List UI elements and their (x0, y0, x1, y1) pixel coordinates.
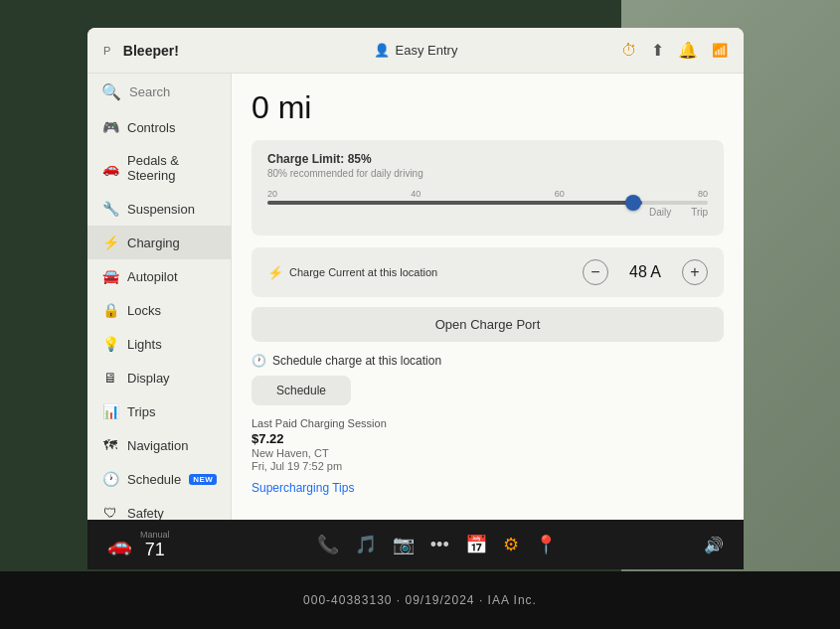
search-icon: 🔍 (101, 82, 121, 101)
session-amount: $7.22 (252, 431, 724, 446)
sidebar-safety-label: Safety (127, 506, 164, 521)
car-icon[interactable]: 🚗 (107, 533, 132, 556)
pedals-icon: 🚗 (101, 160, 119, 176)
sidebar-navigation-label: Navigation (127, 438, 188, 453)
sidebar-schedule-label: Schedule (127, 472, 181, 487)
sidebar-autopilot-label: Autopilot (127, 269, 178, 284)
lights-icon: 💡 (101, 336, 119, 352)
music-icon[interactable]: 🎵 (355, 534, 377, 555)
last-session: Last Paid Charging Session $7.22 New Hav… (252, 417, 724, 496)
volume-icon[interactable]: 🔊 (704, 536, 724, 554)
charge-limit-card: Charge Limit: 85% 80% recommended for da… (252, 140, 724, 236)
slider-track[interactable] (267, 201, 708, 205)
charging-panel: 0 mi Charge Limit: 85% 80% recommended f… (232, 74, 744, 545)
apps-icon[interactable]: ⚙ (503, 534, 519, 555)
dots-icon[interactable]: ••• (430, 535, 449, 555)
display-icon: 🖥 (101, 370, 119, 386)
phone-icon[interactable]: 📞 (317, 534, 339, 555)
slider-scale: 20 40 60 80 (267, 189, 708, 199)
decrease-current-button[interactable]: − (583, 259, 608, 285)
location-icon[interactable]: 📍 (535, 534, 557, 555)
sidebar-charging-label: Charging (127, 236, 180, 250)
daily-label: Daily (649, 207, 671, 218)
top-bar-left: P Bleeper! (103, 43, 311, 59)
search-input[interactable] (129, 84, 217, 99)
trip-label: Trip (691, 207, 708, 218)
sidebar-item-charging[interactable]: ⚡ Charging (87, 226, 231, 259)
safety-icon: 🛡 (101, 505, 119, 521)
charge-current-row: ⚡ Charge Current at this location − 48 A… (252, 247, 724, 297)
sidebar-item-suspension[interactable]: 🔧 Suspension (87, 192, 231, 226)
scale-20: 20 (267, 189, 277, 199)
charge-limit-sub: 80% recommended for daily driving (267, 168, 708, 179)
sidebar-item-locks[interactable]: 🔒 Locks (87, 293, 231, 327)
scale-80: 80 (698, 189, 708, 199)
session-date: Fri, Jul 19 7:52 pm (252, 460, 724, 472)
sidebar-trips-label: Trips (127, 404, 155, 419)
person-icon: 👤 (374, 43, 390, 58)
sidebar-locks-label: Locks (127, 303, 161, 318)
sidebar-lights-label: Lights (127, 337, 162, 352)
p-badge: P (103, 45, 111, 57)
clock-icon: 🕐 (252, 354, 266, 368)
daily-trip-labels: Daily Trip (267, 207, 708, 218)
sidebar-item-autopilot[interactable]: 🚘 Autopilot (87, 259, 231, 293)
timer-icon[interactable]: ⏱ (621, 42, 637, 60)
taskbar: 🚗 Manual 71 📞 🎵 📷 ••• 📅 ⚙ 📍 🔊 (87, 520, 744, 569)
sidebar-search[interactable]: 🔍 (87, 74, 231, 110)
increase-current-button[interactable]: + (682, 259, 708, 285)
taskbar-center: 📞 🎵 📷 ••• 📅 ⚙ 📍 (317, 534, 557, 555)
schedule-section: 🕐 Schedule charge at this location Sched… (252, 354, 724, 405)
sidebar-controls-label: Controls (127, 120, 175, 135)
main-screen: P Bleeper! 👤 Easy Entry ⏱ ⬆ 🔔 📶 🔍 🎮 Cont… (87, 28, 744, 545)
supercharging-tips-link[interactable]: Supercharging Tips (252, 481, 354, 495)
locks-icon: 🔒 (101, 302, 119, 318)
session-location: New Haven, CT (252, 447, 724, 459)
sidebar-suspension-label: Suspension (127, 202, 195, 217)
taskbar-left: 🚗 Manual 71 (107, 530, 170, 560)
sidebar-display-label: Display (127, 371, 170, 386)
navigation-icon: 🗺 (101, 437, 119, 453)
charge-current-value: 48 A (620, 263, 670, 281)
new-badge: NEW (189, 474, 217, 485)
speed-unit: Manual (140, 530, 170, 540)
scale-40: 40 (411, 189, 420, 199)
charge-current-label: Charge Current at this location (289, 266, 437, 278)
session-title: Last Paid Charging Session (252, 417, 724, 429)
sidebar-item-trips[interactable]: 📊 Trips (87, 394, 231, 428)
sidebar-item-pedals[interactable]: 🚗 Pedals & Steering (87, 144, 231, 192)
mileage-display: 0 mi (252, 89, 724, 126)
controls-icon: 🎮 (101, 119, 119, 135)
schedule-icon: 🕐 (101, 471, 119, 487)
camera-icon[interactable]: 📷 (393, 534, 415, 555)
bottom-bar: 000-40383130 · 09/19/2024 · IAA Inc. (0, 571, 840, 629)
top-bar: P Bleeper! 👤 Easy Entry ⏱ ⬆ 🔔 📶 (87, 28, 744, 74)
charge-controls: − 48 A + (583, 259, 708, 285)
autopilot-icon: 🚘 (101, 268, 119, 284)
charge-plug-icon: ⚡ (267, 265, 283, 280)
suspension-icon: 🔧 (101, 201, 119, 217)
sidebar-item-controls[interactable]: 🎮 Controls (87, 110, 231, 144)
taskbar-right: 🔊 (704, 536, 724, 554)
charge-slider-container: 20 40 60 80 Daily Trip (267, 189, 708, 218)
open-charge-port-button[interactable]: Open Charge Port (252, 307, 724, 342)
sidebar-pedals-label: Pedals & Steering (127, 153, 217, 183)
app-title: Bleeper! (123, 43, 179, 59)
top-bar-right: ⏱ ⬆ 🔔 📶 (520, 41, 728, 60)
slider-thumb[interactable] (625, 195, 641, 211)
calendar-icon[interactable]: 📅 (465, 534, 487, 555)
fan-icon[interactable]: ⬆ (651, 41, 664, 60)
sidebar-item-schedule[interactable]: 🕐 Schedule NEW (87, 462, 231, 496)
sidebar-item-lights[interactable]: 💡 Lights (87, 327, 231, 361)
trips-icon: 📊 (101, 403, 119, 419)
schedule-row: 🕐 Schedule charge at this location (252, 354, 724, 368)
schedule-check-label: Schedule charge at this location (272, 354, 441, 368)
slider-fill (267, 201, 642, 205)
bell-icon[interactable]: 🔔 (678, 41, 698, 60)
charge-current-label-block: ⚡ Charge Current at this location (267, 265, 437, 280)
schedule-button[interactable]: Schedule (252, 376, 351, 405)
scale-60: 60 (555, 189, 565, 199)
sidebar-item-navigation[interactable]: 🗺 Navigation (87, 428, 231, 462)
sidebar-item-display[interactable]: 🖥 Display (87, 361, 231, 394)
speed-value: 71 (145, 540, 165, 560)
